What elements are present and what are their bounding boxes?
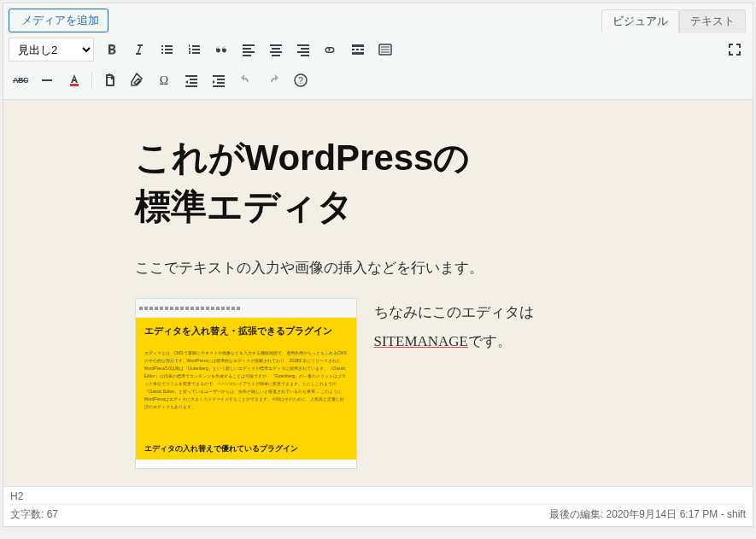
add-media-button[interactable]: メディアを追加 xyxy=(9,9,108,32)
read-more-button[interactable] xyxy=(345,37,371,62)
content-paragraph-1[interactable]: ここでテキストの入力や画像の挿入などを行います。 xyxy=(135,258,622,278)
align-left-button[interactable] xyxy=(236,37,261,62)
align-right-button[interactable] xyxy=(290,37,316,62)
toolbar-row-1: 見出し2 xyxy=(9,34,747,65)
tab-text[interactable]: テキスト xyxy=(679,9,746,33)
element-path[interactable]: H2 xyxy=(10,489,746,505)
side-text-block[interactable]: ちなみにこのエディタは SITEMANAGEです。 xyxy=(374,298,534,356)
align-center-button[interactable] xyxy=(263,37,289,62)
blockquote-button[interactable] xyxy=(208,37,234,62)
redo-button[interactable] xyxy=(261,67,286,93)
tab-visual[interactable]: ビジュアル xyxy=(601,9,679,33)
word-count: 文字数: 67 xyxy=(10,507,58,522)
fullscreen-button[interactable] xyxy=(722,37,747,62)
text-color-button[interactable] xyxy=(62,67,87,93)
toolbar-row-2: ABC Ω ? xyxy=(9,65,747,96)
insert-link-button[interactable] xyxy=(318,37,343,62)
help-button[interactable]: ? xyxy=(288,67,314,93)
svg-text:Ω: Ω xyxy=(160,74,168,87)
content-heading[interactable]: これがWordPressの 標準エディタ xyxy=(135,134,622,231)
svg-text:?: ? xyxy=(298,76,303,85)
embedded-image-toolbar xyxy=(136,299,356,318)
strikethrough-button[interactable]: ABC xyxy=(9,67,32,93)
status-bar: H2 文字数: 67 最後の編集: 2020年9月14日 6:17 PM - s… xyxy=(3,486,753,526)
bulleted-list-button[interactable] xyxy=(154,37,179,62)
side-text-line1: ちなみにこのエディタは xyxy=(374,304,534,320)
embedded-image[interactable]: エディタを入れ替え・拡張できるプラグイン エディタとは、CMSで書籍にテキストや… xyxy=(135,298,357,469)
side-text-tail: です。 xyxy=(468,333,512,349)
toolbar-separator xyxy=(91,72,92,89)
side-text-underlined: SITEMANAGE xyxy=(374,333,469,349)
numbered-list-button[interactable] xyxy=(181,37,207,62)
horizontal-rule-button[interactable] xyxy=(34,67,60,93)
editor-top-row: メディアを追加 ビジュアル テキスト xyxy=(3,3,753,32)
embedded-image-footer: エディタの入れ替えで優れているプラグイン xyxy=(136,438,356,460)
toolbar-toggle-button[interactable] xyxy=(372,37,398,62)
undo-button[interactable] xyxy=(233,67,259,93)
image-text-row: エディタを入れ替え・拡張できるプラグイン エディタとは、CMSで書籍にテキストや… xyxy=(135,298,622,469)
svg-rect-1 xyxy=(70,84,79,86)
editor-tabs: ビジュアル テキスト xyxy=(601,9,746,32)
paste-text-button[interactable] xyxy=(97,67,122,93)
editor-toolbar: 見出し2 ABC Ω xyxy=(3,32,753,100)
format-select[interactable]: 見出し2 xyxy=(9,38,94,62)
editor-container: メディアを追加 ビジュアル テキスト 見出し2 ABC xyxy=(3,3,753,527)
editor-content-area[interactable]: これがWordPressの 標準エディタ ここでテキストの入力や画像の挿入などを… xyxy=(3,100,753,486)
italic-button[interactable] xyxy=(126,37,152,62)
indent-button[interactable] xyxy=(206,67,231,93)
last-edit: 最後の編集: 2020年9月14日 6:17 PM - shift xyxy=(549,507,746,522)
clear-formatting-button[interactable] xyxy=(124,67,149,93)
embedded-image-header: エディタを入れ替え・拡張できるプラグイン xyxy=(136,318,356,344)
bold-button[interactable] xyxy=(99,37,125,62)
outdent-button[interactable] xyxy=(179,67,204,93)
special-char-button[interactable]: Ω xyxy=(151,67,177,93)
content-inner: これがWordPressの 標準エディタ ここでテキストの入力や画像の挿入などを… xyxy=(135,134,622,469)
embedded-image-body: エディタとは、CMSで書籍にテキストや画像などを入力する機能画面で、適用作用がも… xyxy=(136,344,356,438)
add-media-label: メディアを追加 xyxy=(21,13,99,28)
